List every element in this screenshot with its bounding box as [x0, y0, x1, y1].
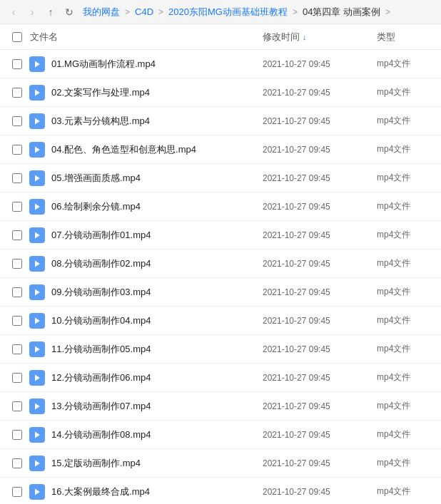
refresh-button[interactable]: ↻: [61, 4, 77, 20]
svg-marker-12: [35, 403, 40, 409]
file-checkbox-8[interactable]: [7, 287, 27, 297]
file-checkbox-input-12[interactable]: [12, 401, 22, 411]
file-icon-wrap-12: [27, 398, 47, 414]
breadcrumb-sep-3: >: [292, 7, 298, 17]
svg-marker-6: [35, 232, 40, 238]
video-file-icon: [29, 256, 45, 272]
file-checkbox-12[interactable]: [7, 401, 27, 411]
file-checkbox-4[interactable]: [7, 173, 27, 183]
top-nav: ‹ › ↑ ↻ 我的网盘 > C4D > 2020东阳MG动画基础班教程 > 0…: [0, 0, 441, 24]
file-checkbox-input-11[interactable]: [12, 373, 22, 383]
svg-marker-14: [35, 460, 40, 466]
file-icon-wrap-7: [27, 256, 47, 272]
svg-marker-1: [35, 89, 40, 96]
play-icon: [33, 431, 41, 439]
file-row[interactable]: 02.文案写作与处理.mp4 2021-10-27 09:45 mp4文件: [0, 78, 441, 107]
file-name-text: 07.分镜动画制作01.mp4: [47, 229, 263, 242]
file-checkbox-input-13[interactable]: [12, 430, 22, 440]
select-all-checkbox[interactable]: [7, 32, 27, 42]
file-name-text: 06.绘制剩余分镜.mp4: [47, 200, 263, 213]
file-checkbox-9[interactable]: [7, 316, 27, 326]
file-row[interactable]: 16.大案例最终合成.mp4 2021-10-27 09:45 mp4文件: [0, 478, 441, 504]
video-file-icon: [29, 199, 45, 215]
play-icon: [33, 145, 41, 154]
file-checkbox-input-6[interactable]: [12, 230, 22, 240]
file-row[interactable]: 01.MG动画制作流程.mp4 2021-10-27 09:45 mp4文件: [0, 50, 441, 78]
file-checkbox-input-8[interactable]: [12, 287, 22, 297]
file-row[interactable]: 04.配色、角色造型和创意构思.mp4 2021-10-27 09:45 mp4…: [0, 135, 441, 164]
svg-marker-4: [35, 175, 40, 181]
file-row[interactable]: 10.分镜动画制作04.mp4 2021-10-27 09:45 mp4文件: [0, 307, 441, 335]
file-icon-wrap-5: [27, 199, 47, 215]
file-icon-wrap-4: [27, 170, 47, 186]
play-icon: [33, 174, 41, 182]
file-checkbox-input-3[interactable]: [12, 145, 22, 155]
file-icon-wrap-3: [27, 142, 47, 158]
file-checkbox-14[interactable]: [7, 458, 27, 468]
file-checkbox-13[interactable]: [7, 430, 27, 440]
back-button[interactable]: ‹: [6, 4, 21, 20]
file-checkbox-input-14[interactable]: [12, 458, 22, 468]
file-row[interactable]: 13.分镜动画制作07.mp4 2021-10-27 09:45 mp4文件: [0, 392, 441, 421]
file-row[interactable]: 15.定版动画制作.mp4 2021-10-27 09:45 mp4文件: [0, 449, 441, 478]
svg-marker-9: [35, 317, 40, 324]
forward-button[interactable]: ›: [24, 4, 40, 20]
file-checkbox-input-7[interactable]: [12, 259, 22, 269]
file-type-text: mp4文件: [377, 58, 434, 70]
file-icon-wrap-14: [27, 456, 47, 471]
file-row[interactable]: 12.分镜动画制作06.mp4 2021-10-27 09:45 mp4文件: [0, 364, 441, 392]
file-checkbox-3[interactable]: [7, 145, 27, 155]
svg-marker-7: [35, 260, 40, 267]
file-modified-text: 2021-10-27 09:45: [263, 287, 377, 297]
file-checkbox-input-4[interactable]: [12, 173, 22, 183]
file-checkbox-input-9[interactable]: [12, 316, 22, 326]
file-modified-text: 2021-10-27 09:45: [263, 173, 377, 183]
play-icon: [33, 488, 41, 496]
file-checkbox-input-1[interactable]: [12, 88, 22, 98]
file-checkbox-10[interactable]: [7, 344, 27, 354]
file-modified-text: 2021-10-27 09:45: [263, 230, 377, 240]
svg-marker-10: [35, 346, 40, 352]
file-checkbox-input-2[interactable]: [12, 116, 22, 126]
file-checkbox-6[interactable]: [7, 230, 27, 240]
video-file-icon: [29, 85, 45, 101]
file-name-text: 16.大案例最终合成.mp4: [47, 485, 263, 498]
up-button[interactable]: ↑: [43, 4, 59, 20]
file-checkbox-input-10[interactable]: [12, 344, 22, 354]
file-row[interactable]: 07.分镜动画制作01.mp4 2021-10-27 09:45 mp4文件: [0, 221, 441, 250]
file-checkbox-input-5[interactable]: [12, 202, 22, 212]
breadcrumb-course[interactable]: 2020东阳MG动画基础班教程: [166, 4, 290, 20]
file-modified-text: 2021-10-27 09:45: [263, 401, 377, 411]
file-name-text: 12.分镜动画制作06.mp4: [47, 371, 263, 384]
file-type-text: mp4文件: [377, 400, 434, 412]
file-row[interactable]: 09.分镜动画制作03.mp4 2021-10-27 09:45 mp4文件: [0, 278, 441, 307]
column-modified-label[interactable]: 修改时间 ↓: [263, 31, 377, 43]
breadcrumb-sep-2: >: [158, 7, 164, 17]
breadcrumb-c4d[interactable]: C4D: [132, 5, 156, 19]
file-checkbox-15[interactable]: [7, 487, 27, 497]
file-name-text: 01.MG动画制作流程.mp4: [47, 58, 263, 71]
file-modified-text: 2021-10-27 09:45: [263, 59, 377, 69]
file-modified-text: 2021-10-27 09:45: [263, 259, 377, 269]
file-checkbox-2[interactable]: [7, 116, 27, 126]
file-checkbox-input-0[interactable]: [12, 59, 22, 69]
file-row[interactable]: 06.绘制剩余分镜.mp4 2021-10-27 09:45 mp4文件: [0, 192, 441, 221]
file-icon-wrap-10: [27, 341, 47, 357]
file-checkbox-11[interactable]: [7, 373, 27, 383]
file-name-text: 05.增强画面质感.mp4: [47, 172, 263, 185]
breadcrumb-mycloud[interactable]: 我的网盘: [80, 4, 123, 20]
file-checkbox-7[interactable]: [7, 259, 27, 269]
file-row[interactable]: 14.分镜动画制作08.mp4 2021-10-27 09:45 mp4文件: [0, 421, 441, 449]
file-icon-wrap-2: [27, 113, 47, 129]
select-all-input[interactable]: [12, 32, 22, 42]
file-row[interactable]: 08.分镜动画制作02.mp4 2021-10-27 09:45 mp4文件: [0, 250, 441, 278]
column-header: 文件名 修改时间 ↓ 类型: [0, 24, 441, 50]
file-checkbox-5[interactable]: [7, 202, 27, 212]
file-checkbox-input-15[interactable]: [12, 487, 22, 497]
file-row[interactable]: 05.增强画面质感.mp4 2021-10-27 09:45 mp4文件: [0, 164, 441, 192]
file-row[interactable]: 11.分镜动画制作05.mp4 2021-10-27 09:45 mp4文件: [0, 335, 441, 364]
file-checkbox-0[interactable]: [7, 59, 27, 69]
file-modified-text: 2021-10-27 09:45: [263, 487, 377, 497]
file-row[interactable]: 03.元素与分镜构思.mp4 2021-10-27 09:45 mp4文件: [0, 107, 441, 135]
file-checkbox-1[interactable]: [7, 88, 27, 98]
